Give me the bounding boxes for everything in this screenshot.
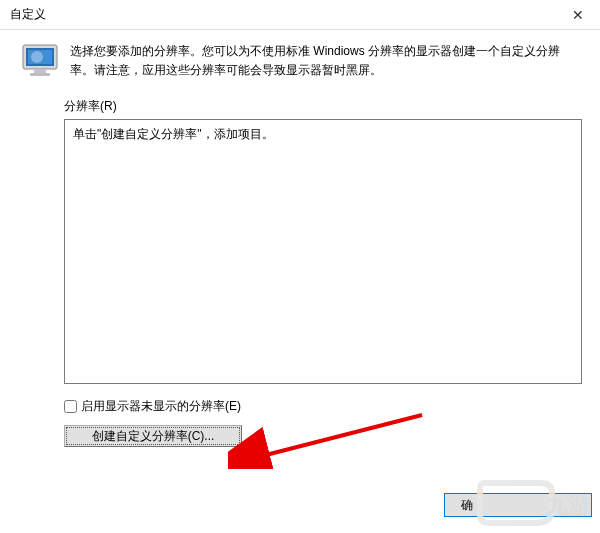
intro-text: 选择您要添加的分辨率。您可以为不使用标准 Windiows 分辨率的显示器创建一… bbox=[70, 42, 578, 80]
dialog-content: 选择您要添加的分辨率。您可以为不使用标准 Windiows 分辨率的显示器创建一… bbox=[0, 30, 600, 447]
svg-rect-5 bbox=[30, 73, 50, 76]
resolution-listbox[interactable]: 单击"创建自定义分辨率"，添加项目。 bbox=[64, 119, 582, 384]
svg-rect-4 bbox=[34, 69, 46, 73]
listbox-placeholder: 单击"创建自定义分辨率"，添加项目。 bbox=[73, 127, 274, 141]
svg-point-3 bbox=[31, 51, 43, 63]
enable-unshown-resolutions-checkbox[interactable]: 启用显示器未显示的分辨率(E) bbox=[64, 398, 578, 415]
window-title: 自定义 bbox=[10, 6, 46, 23]
title-bar: 自定义 ✕ bbox=[0, 0, 600, 30]
ok-button[interactable]: 确 bbox=[444, 493, 592, 517]
checkbox-label: 启用显示器未显示的分辨率(E) bbox=[81, 398, 241, 415]
checkbox-input[interactable] bbox=[64, 400, 77, 413]
monitor-icon bbox=[22, 44, 58, 78]
close-icon: ✕ bbox=[572, 7, 584, 23]
create-custom-resolution-button[interactable]: 创建自定义分辨率(C)... bbox=[64, 425, 242, 447]
close-button[interactable]: ✕ bbox=[556, 0, 600, 30]
resolution-label: 分辨率(R) bbox=[64, 98, 578, 115]
intro-row: 选择您要添加的分辨率。您可以为不使用标准 Windiows 分辨率的显示器创建一… bbox=[22, 42, 578, 80]
